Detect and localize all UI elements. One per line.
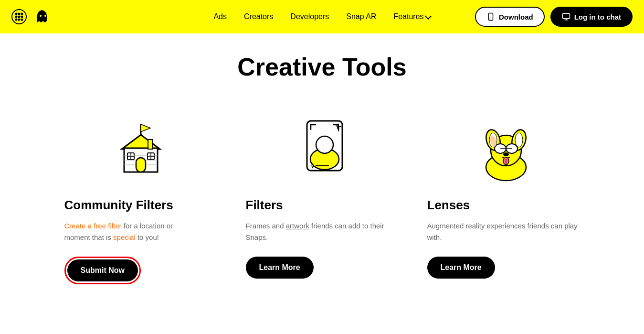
community-filters-desc: Create a free filter for a location ormo… <box>64 220 217 243</box>
svg-marker-16 <box>141 124 150 132</box>
community-filters-icon <box>64 110 217 186</box>
svg-point-3 <box>21 13 23 15</box>
nav-features[interactable]: Features <box>393 12 430 21</box>
lenses-title: Lenses <box>427 198 580 213</box>
page-title: Creative Tools <box>10 53 634 81</box>
navbar-center: Ads Creators Developers Snap AR Features <box>213 12 430 21</box>
navbar-right: Download Log in to chat <box>475 7 633 27</box>
filters-desc: Frames and artwork friends can add to th… <box>246 220 399 243</box>
nav-ads[interactable]: Ads <box>213 12 227 21</box>
svg-rect-19 <box>136 158 146 172</box>
cards-container: Community Filters Create a free filter f… <box>36 110 609 284</box>
svg-point-51 <box>503 152 509 156</box>
svg-point-5 <box>18 16 21 18</box>
svg-point-2 <box>18 13 21 15</box>
submit-now-button-wrapper: Submit Now <box>64 257 141 284</box>
lenses-card: Lenses Augmented reality experiences fri… <box>427 110 580 284</box>
phone-icon <box>486 12 495 21</box>
community-filters-title: Community Filters <box>64 198 217 213</box>
navbar: Ads Creators Developers Snap AR Features… <box>0 0 644 33</box>
svg-rect-14 <box>562 13 570 19</box>
svg-point-34 <box>316 136 333 153</box>
svg-marker-37 <box>312 164 314 168</box>
filters-title: Filters <box>246 198 399 213</box>
svg-point-4 <box>15 16 18 18</box>
svg-point-9 <box>21 19 23 21</box>
lenses-desc: Augmented reality experiences friends ca… <box>427 220 580 243</box>
svg-point-10 <box>40 15 42 17</box>
community-filters-card: Community Filters Create a free filter f… <box>64 110 217 284</box>
nav-creators[interactable]: Creators <box>244 12 273 21</box>
nav-snap-ar[interactable]: Snap AR <box>346 12 376 21</box>
login-button[interactable]: Log in to chat <box>550 7 633 27</box>
svg-rect-26 <box>148 140 153 149</box>
monitor-icon <box>562 12 570 21</box>
nav-developers[interactable]: Developers <box>290 12 329 21</box>
svg-point-6 <box>21 16 23 18</box>
svg-marker-17 <box>122 135 160 149</box>
grid-icon[interactable] <box>11 9 27 24</box>
lenses-icon <box>427 110 580 186</box>
lenses-learn-more-button[interactable]: Learn More <box>427 257 495 279</box>
svg-point-13 <box>490 19 491 20</box>
submit-now-button[interactable]: Submit Now <box>67 259 138 281</box>
filters-learn-more-button[interactable]: Learn More <box>246 257 314 279</box>
svg-point-1 <box>15 13 18 15</box>
svg-point-8 <box>18 19 21 21</box>
navbar-left <box>11 8 52 25</box>
filters-card: Filters Frames and artwork friends can a… <box>246 110 399 284</box>
svg-point-7 <box>15 19 18 21</box>
main-content: Creative Tools <box>0 33 644 313</box>
svg-point-11 <box>44 15 46 17</box>
features-chevron-icon <box>425 12 432 19</box>
ghost-icon[interactable] <box>34 8 52 25</box>
download-button[interactable]: Download <box>475 7 545 27</box>
filters-icon <box>246 110 399 186</box>
